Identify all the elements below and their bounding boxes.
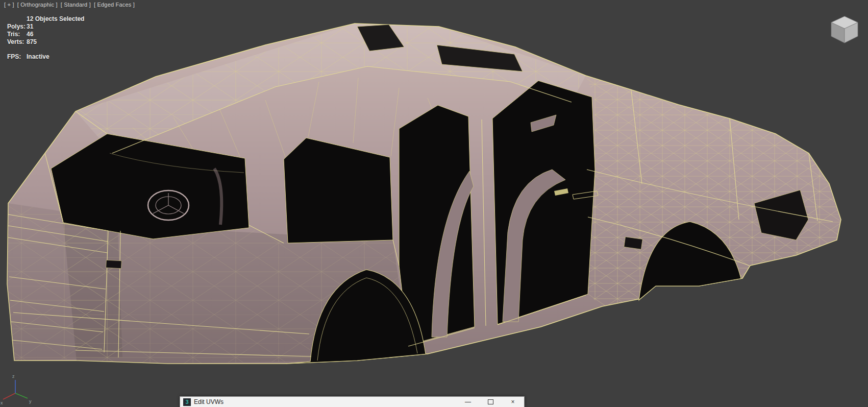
viewport-menu-display-mode[interactable]: [ Edged Faces ] (94, 2, 135, 8)
polys-stat: Polys: 31 (7, 23, 84, 31)
verts-label: Verts: (7, 38, 27, 46)
maximize-icon (488, 399, 493, 404)
axis-z-label: z (12, 374, 15, 379)
view-cube[interactable] (831, 16, 858, 43)
minimize-icon: — (465, 398, 471, 405)
world-axis-tripod: x y z (1, 374, 32, 405)
viewport-menu-pov[interactable]: [ Orthographic ] (17, 2, 58, 8)
tris-label: Tris: (7, 31, 27, 38)
close-button[interactable]: × (502, 397, 524, 407)
fps-value: Inactive (27, 53, 49, 61)
fps-label: FPS: (7, 53, 27, 61)
fps-stat: FPS: Inactive (7, 53, 84, 61)
car-model[interactable] (7, 23, 841, 364)
viewport-menu-shading[interactable]: [ Standard ] (61, 2, 91, 8)
maximize-button[interactable] (479, 397, 502, 407)
verts-value: 875 (27, 38, 37, 46)
close-icon: × (511, 398, 514, 405)
polys-label: Polys: (7, 23, 27, 31)
viewport-statistics: 12 Objects Selected Polys: 31 Tris: 46 V… (7, 15, 84, 61)
viewport-canvas[interactable]: x y z (0, 0, 868, 407)
viewport-menu-general[interactable]: [ + ] (4, 2, 14, 8)
viewport[interactable]: x y z [ + ] [ Orthographic ] [ Standard … (0, 0, 868, 407)
viewport-label: [ + ] [ Orthographic ] [ Standard ] [ Ed… (4, 2, 135, 8)
axis-x-label: x (1, 400, 3, 405)
minimize-button[interactable]: — (457, 397, 479, 407)
selection-count: 12 Objects Selected (27, 15, 84, 23)
verts-stat: Verts: 875 (7, 38, 84, 46)
3ds-max-icon: 3 (183, 398, 191, 406)
polys-value: 31 (27, 23, 33, 31)
axis-y-label: y (29, 399, 32, 404)
tris-value: 46 (27, 31, 33, 38)
edit-uvws-window-title: Edit UVWs (194, 398, 224, 405)
tris-stat: Tris: 46 (7, 31, 84, 38)
window-controls: — × (457, 397, 524, 407)
edit-uvws-window[interactable]: 3 Edit UVWs — × (180, 396, 525, 407)
